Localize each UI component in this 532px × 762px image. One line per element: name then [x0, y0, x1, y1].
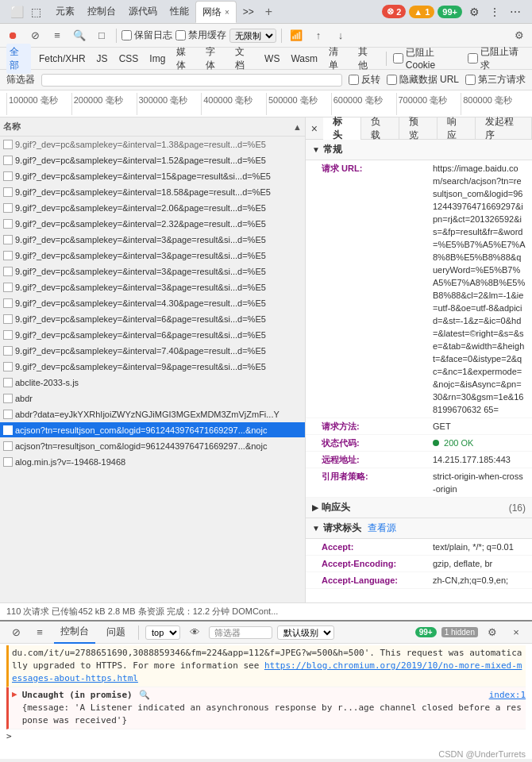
filter-input[interactable]	[41, 74, 342, 87]
list-item[interactable]: 9.gif?_dev=pc&samplekey=&interval=2.06&p…	[0, 200, 305, 216]
reverse-checkbox[interactable]: 反转	[349, 73, 380, 87]
filter-toggle[interactable]: ≡	[48, 26, 67, 45]
filter-media[interactable]: 媒体	[173, 44, 198, 74]
error-source[interactable]: index:1	[489, 689, 526, 702]
filter-other[interactable]: 其他	[355, 44, 380, 74]
filter-fetch-xhr[interactable]: Fetch/XHR	[36, 52, 89, 66]
inspect-icon[interactable]: ⬚	[27, 3, 44, 21]
tab-close-icon[interactable]: ×	[225, 8, 229, 17]
add-tab-button[interactable]: +	[260, 5, 277, 19]
filter-manifest[interactable]: 清单	[326, 44, 350, 74]
filter-type-bar: 全部 Fetch/XHR JS CSS Img 媒体 字体 文档 WS Wasm…	[0, 48, 532, 70]
detail-content[interactable]: ▼ 常规 请求 URL: https://image.baidu.com/sea…	[306, 140, 532, 602]
tab-performance[interactable]: 性能	[164, 1, 195, 23]
name-column-header: 名称	[3, 121, 21, 133]
response-headers-section-header[interactable]: ▶ 响应头 (16)	[306, 498, 532, 518]
third-party-checkbox[interactable]: 第三方请求	[465, 73, 526, 87]
console-close-icon[interactable]: ×	[507, 623, 526, 642]
list-item[interactable]: 9.gif?_dev=pc&samplekey=&interval=1.52&p…	[0, 152, 305, 168]
tab-network[interactable]: 网络 ×	[195, 1, 237, 23]
filter-css[interactable]: CSS	[116, 52, 142, 66]
list-item[interactable]: 9.gif?_dev=pc&samplekey=&interval=6&page…	[0, 327, 305, 343]
console-tab-issues[interactable]: 问题	[100, 622, 132, 644]
blocked-cookie-checkbox[interactable]: 已阻止 Cookie	[393, 46, 464, 71]
console-clear-button[interactable]: ⊘	[6, 623, 25, 642]
search-button[interactable]: 🔍	[70, 26, 89, 45]
console-tab-console[interactable]: 控制台	[54, 622, 95, 644]
list-item[interactable]: abclite-2033-s.js	[0, 375, 305, 391]
timeline-mark-700k: 700000 毫秒	[396, 93, 461, 115]
record-button[interactable]: ⏺	[3, 26, 22, 45]
list-item[interactable]: 9.gif?_dev=pc&samplekey=&interval=9&page…	[0, 359, 305, 375]
list-item[interactable]: abdr	[0, 391, 305, 406]
console-settings-icon[interactable]: ⚙	[483, 623, 502, 642]
list-item-selected[interactable]: acjson?tn=resultjson_com&logid=961244397…	[0, 422, 305, 438]
error-icon: ⊗	[387, 6, 394, 17]
tab-payload[interactable]: 负载	[361, 117, 399, 140]
filter-wasm[interactable]: Wasm	[287, 52, 321, 66]
blocked-request-checkbox[interactable]: 已阻止请求	[468, 45, 526, 72]
view-source-link[interactable]: 查看源	[368, 521, 396, 535]
list-item[interactable]: 9.gif?_dev=pc&samplekey=&interval=2.32&p…	[0, 216, 305, 232]
console-level-select[interactable]: 默认级别	[277, 625, 334, 640]
settings-icon[interactable]: ⚙	[465, 3, 483, 21]
list-item[interactable]: 9.gif?_dev=pc&samplekey=&interval=1.38&p…	[0, 137, 305, 152]
tab-response[interactable]: 响应	[438, 117, 476, 140]
list-item[interactable]: abdr?data=eyJkYXRhIjoiZWYzNGJiMGI3MGExMD…	[0, 406, 305, 422]
list-item[interactable]: alog.min.js?v=-19468-19468	[0, 454, 305, 470]
list-item[interactable]: 9.gif?_dev=pc&samplekey=&interval=18.58&…	[0, 184, 305, 200]
list-item[interactable]: 9.gif?_dev=pc&samplekey=&interval=6&page…	[0, 311, 305, 327]
status-code-row: 状态代码: 200 OK	[306, 435, 532, 452]
list-item[interactable]: 9.gif?_dev=pc&samplekey=&interval=15&pag…	[0, 168, 305, 184]
customize-icon[interactable]: ⋮	[486, 3, 503, 21]
filter-all[interactable]: 全部	[6, 44, 31, 74]
request-method-key: 请求方法:	[322, 420, 433, 433]
console-body[interactable]: du.com/it/u=2788651690,3088859346&fm=224…	[0, 644, 532, 759]
list-item[interactable]: 9.gif?_dev=pc&samplekey=&interval=3&page…	[0, 248, 305, 264]
tab-elements[interactable]: 元素	[49, 1, 81, 23]
console-filter-button[interactable]: ≡	[30, 623, 49, 642]
list-item[interactable]: 9.gif?_dev=pc&samplekey=&interval=3&page…	[0, 264, 305, 279]
filter-img[interactable]: Img	[146, 52, 168, 66]
list-item[interactable]: 9.gif?_dev=pc&samplekey=&interval=3&page…	[0, 232, 305, 248]
hide-data-url-checkbox[interactable]: 隐藏数据 URL	[387, 73, 459, 87]
disable-cache-checkbox[interactable]: 禁用缓存	[175, 29, 226, 42]
network-list-body[interactable]: 9.gif?_dev=pc&samplekey=&interval=1.38&p…	[0, 137, 305, 602]
list-item[interactable]: 9.gif?_dev=pc&samplekey=&interval=7.40&p…	[0, 343, 305, 359]
new-tab-icon[interactable]: ⬜	[8, 3, 25, 21]
upload-icon[interactable]: ↑	[309, 26, 328, 45]
search-icon[interactable]: 🔍	[139, 690, 150, 700]
request-headers-section-header[interactable]: ▼ 请求标头 查看源	[306, 518, 532, 539]
accept-encoding-key: Accept-Encoding:	[322, 557, 433, 570]
throttle-select[interactable]: 无限制	[229, 29, 276, 43]
tab-console[interactable]: 控制台	[81, 1, 122, 23]
download-icon[interactable]: ↓	[331, 26, 350, 45]
wifi-icon[interactable]: 📶	[287, 26, 306, 45]
network-list-header: 名称 ▲	[0, 117, 305, 137]
more-options-icon[interactable]: ⋯	[507, 3, 524, 21]
network-settings-icon[interactable]: ⚙	[510, 26, 529, 45]
list-item[interactable]: 9.gif?_dev=pc&samplekey=&interval=3&page…	[0, 279, 305, 295]
filter-doc[interactable]: 文档	[232, 44, 256, 74]
filter-ws[interactable]: WS	[261, 52, 283, 66]
preserve-log-checkbox[interactable]: 保留日志	[121, 29, 172, 42]
https-info-link[interactable]: https://blog.chromium.org/2019/10/no-mor…	[12, 660, 522, 683]
tab-initiator[interactable]: 发起程序	[476, 117, 532, 140]
tab-headers[interactable]: 标头	[323, 117, 361, 140]
tab-sources[interactable]: 源代码	[122, 1, 164, 23]
tab-preview[interactable]: 预览	[399, 117, 438, 140]
detail-close-icon[interactable]: ×	[306, 120, 323, 137]
request-url-key: 请求 URL:	[322, 162, 433, 416]
tab-more[interactable]: >>	[237, 1, 260, 23]
filter-bar: 筛选器 反转 隐藏数据 URL 第三方请求	[0, 70, 532, 90]
console-inspect-button[interactable]: 👁	[185, 623, 204, 642]
filter-js[interactable]: JS	[94, 52, 111, 66]
list-item[interactable]: 9.gif?_dev=pc&samplekey=&interval=4.30&p…	[0, 295, 305, 311]
filter-font[interactable]: 字体	[202, 44, 227, 74]
general-section-header[interactable]: ▼ 常规	[306, 140, 532, 160]
console-context-select[interactable]: top	[145, 625, 180, 640]
list-item[interactable]: acjson?tn=resultjson_com&logid=961244397…	[0, 438, 305, 454]
console-filter-input[interactable]	[209, 626, 272, 639]
capture-screenshot-button[interactable]: □	[92, 26, 111, 45]
clear-button[interactable]: ⊘	[25, 26, 44, 45]
